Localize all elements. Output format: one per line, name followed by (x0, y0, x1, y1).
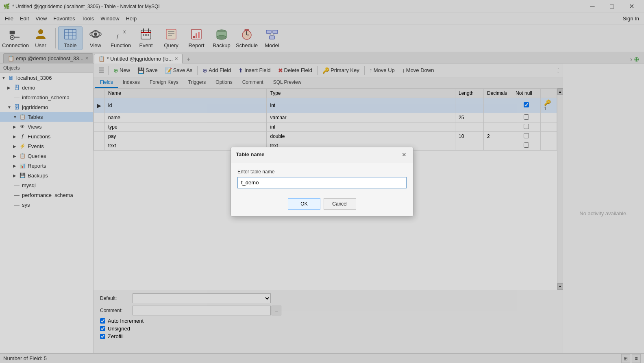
modal-header: Table name ✕ (231, 147, 413, 162)
modal-cancel-button[interactable]: Cancel (324, 198, 356, 210)
modal-title: Table name (236, 151, 265, 157)
modal-close-button[interactable]: ✕ (400, 151, 408, 159)
table-name-modal: Table name ✕ Enter table name OK Cancel (231, 147, 413, 216)
modal-ok-button[interactable]: OK (288, 198, 320, 210)
modal-body: Enter table name (231, 162, 413, 195)
modal-table-name-input[interactable] (237, 177, 407, 188)
modal-input-label: Enter table name (237, 169, 407, 175)
modal-footer: OK Cancel (231, 195, 413, 216)
modal-overlay: Table name ✕ Enter table name OK Cancel (0, 0, 644, 363)
